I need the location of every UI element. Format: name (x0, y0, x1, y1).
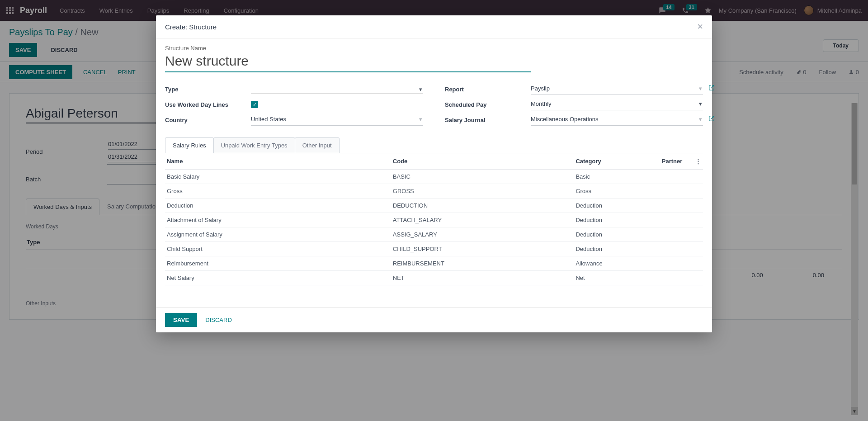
cell-category: Allowance (574, 256, 660, 271)
salary-rules-table: Name Code Category Partner ⋮ Basic Salar… (165, 153, 703, 285)
modal-discard-button[interactable]: DISCARD (205, 317, 232, 323)
modal-save-button[interactable]: SAVE (165, 313, 197, 327)
cell-name: Net Salary (165, 271, 391, 285)
col-code: Code (391, 153, 574, 170)
report-label: Report (445, 86, 531, 93)
report-field[interactable]: Payslip ▾ (531, 83, 703, 95)
cell-code: ATTACH_SALARY (391, 213, 574, 227)
cell-partner (660, 227, 690, 242)
scheduled-pay-field[interactable]: Monthly ▾ (531, 99, 703, 110)
structure-name-input[interactable] (165, 52, 531, 72)
table-row[interactable]: Attachment of SalaryATTACH_SALARYDeducti… (165, 213, 703, 227)
cell-code: REIMBURSEMENT (391, 256, 574, 271)
cell-name: Basic Salary (165, 170, 391, 184)
cell-code: DEDUCTION (391, 199, 574, 213)
tab-other-input[interactable]: Other Input (295, 137, 340, 153)
cell-code: BASIC (391, 170, 574, 184)
cell-partner (660, 213, 690, 227)
cell-category: Deduction (574, 242, 660, 256)
cell-code: NET (391, 271, 574, 285)
col-options-icon[interactable]: ⋮ (690, 153, 703, 170)
chevron-down-icon: ▾ (419, 116, 422, 123)
tab-salary-rules[interactable]: Salary Rules (165, 137, 214, 153)
cell-category: Gross (574, 184, 660, 199)
cell-name: Deduction (165, 199, 391, 213)
table-row[interactable]: ReimbursementREIMBURSEMENTAllowance (165, 256, 703, 271)
country-field[interactable]: United States ▾ (251, 114, 423, 126)
cell-code: GROSS (391, 184, 574, 199)
cell-name: Assignment of Salary (165, 227, 391, 242)
table-row[interactable]: Basic SalaryBASICBasic (165, 170, 703, 184)
table-row[interactable]: DeductionDEDUCTIONDeduction (165, 199, 703, 213)
cell-partner (660, 199, 690, 213)
external-link-icon[interactable] (708, 85, 715, 92)
cell-partner (660, 271, 690, 285)
cell-partner (660, 184, 690, 199)
structure-name-label: Structure Name (165, 45, 703, 52)
country-label: Country (165, 117, 251, 123)
table-row[interactable]: Assignment of SalaryASSIG_SALARYDeductio… (165, 227, 703, 242)
scheduled-pay-label: Scheduled Pay (445, 101, 531, 108)
chevron-down-icon: ▾ (699, 100, 702, 107)
cell-category: Net (574, 271, 660, 285)
chevron-down-icon: ▾ (699, 116, 702, 123)
salary-journal-field[interactable]: Miscellaneous Operations ▾ (531, 114, 703, 126)
cell-category: Deduction (574, 227, 660, 242)
cell-category: Basic (574, 170, 660, 184)
table-row[interactable]: Net SalaryNETNet (165, 271, 703, 285)
cell-name: Gross (165, 184, 391, 199)
close-icon[interactable]: × (697, 22, 703, 32)
modal-tabs: Salary Rules Unpaid Work Entry Types Oth… (165, 137, 703, 153)
chevron-down-icon: ▾ (699, 85, 702, 92)
cell-code: ASSIG_SALARY (391, 227, 574, 242)
cell-partner (660, 170, 690, 184)
table-row[interactable]: GrossGROSSGross (165, 184, 703, 199)
cell-name: Reimbursement (165, 256, 391, 271)
external-link-icon[interactable] (708, 115, 715, 123)
cell-partner (660, 256, 690, 271)
cell-code: CHILD_SUPPORT (391, 242, 574, 256)
type-label: Type (165, 86, 251, 93)
cell-name: Child Support (165, 242, 391, 256)
cell-category: Deduction (574, 199, 660, 213)
worked-day-lines-checkbox[interactable]: ✓ (251, 101, 258, 108)
col-name: Name (165, 153, 391, 170)
col-partner: Partner (660, 153, 690, 170)
tab-unpaid-work-entry[interactable]: Unpaid Work Entry Types (213, 137, 295, 153)
type-field[interactable]: ▾ (251, 84, 423, 94)
modal-title: Create: Structure (165, 23, 217, 31)
cell-name: Attachment of Salary (165, 213, 391, 227)
modal-overlay: Create: Structure × Structure Name Type … (0, 0, 868, 421)
col-category: Category (574, 153, 660, 170)
salary-journal-label: Salary Journal (445, 117, 531, 123)
worked-day-lines-label: Use Worked Day Lines (165, 101, 251, 108)
cell-partner (660, 242, 690, 256)
create-structure-modal: Create: Structure × Structure Name Type … (156, 15, 712, 332)
table-row[interactable]: Child SupportCHILD_SUPPORTDeduction (165, 242, 703, 256)
cell-category: Deduction (574, 213, 660, 227)
chevron-down-icon: ▾ (419, 86, 422, 93)
